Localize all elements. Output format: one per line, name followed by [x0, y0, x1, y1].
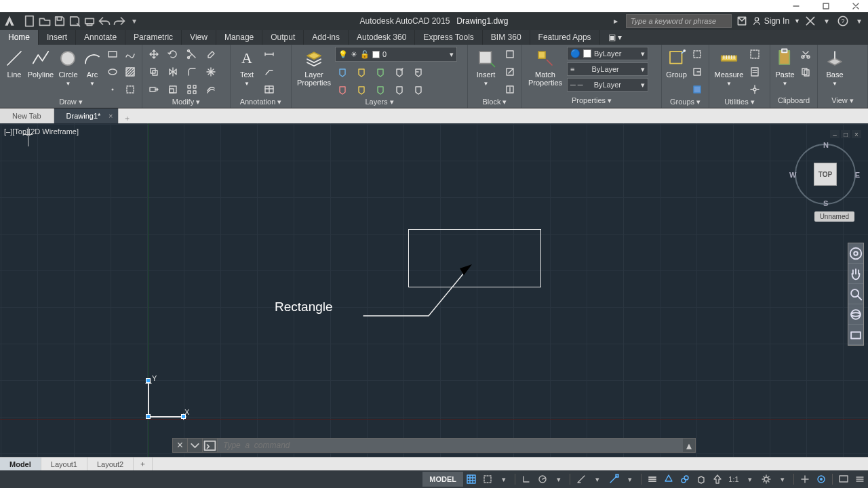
- layer-dropdown[interactable]: 💡 ☀ 🔓 0 ▾: [335, 47, 457, 62]
- match-properties-button[interactable]: Match Properties: [526, 47, 564, 87]
- layer-previous-icon[interactable]: [411, 64, 426, 79]
- layer-off-icon[interactable]: [335, 64, 350, 79]
- layout-tab-model[interactable]: Model: [0, 458, 41, 471]
- linetype-selector[interactable]: ─ ─ByLayer▾: [567, 78, 648, 92]
- stayconnected-icon[interactable]: ▾: [821, 15, 833, 27]
- block-attr-icon[interactable]: [502, 82, 517, 97]
- zoom-icon[interactable]: [848, 284, 863, 304]
- status-lwt-icon[interactable]: [644, 472, 660, 487]
- status-scale-dropdown-icon[interactable]: ▾: [742, 472, 758, 487]
- layout-tab-layout2[interactable]: Layout2: [87, 458, 134, 471]
- polyline-button[interactable]: Polyline: [27, 47, 54, 79]
- status-polar-dropdown-icon[interactable]: ▾: [551, 472, 567, 487]
- copyclip-icon[interactable]: [798, 64, 813, 79]
- stretch-icon[interactable]: [146, 82, 161, 97]
- tab-home[interactable]: Home: [0, 30, 39, 45]
- color-selector[interactable]: 🔵ByLayer▾: [567, 47, 648, 60]
- help-search-input[interactable]: Type a keyword or phrase: [626, 14, 732, 28]
- lineweight-selector[interactable]: ≡ByLayer▾: [567, 62, 648, 76]
- tab-addins[interactable]: Add-ins: [304, 30, 349, 45]
- status-gear-icon[interactable]: [758, 472, 774, 487]
- qat-redo-icon[interactable]: [113, 14, 126, 28]
- edit-block-icon[interactable]: [502, 64, 517, 79]
- dimension-icon[interactable]: [262, 47, 277, 62]
- measure-button[interactable]: Measure▼: [713, 47, 745, 87]
- showmotion-icon[interactable]: [848, 325, 863, 345]
- window-minimize-button[interactable]: [787, 1, 806, 11]
- tab-focus-icon[interactable]: ▣ ▾: [600, 30, 630, 45]
- status-modelspace[interactable]: MODEL: [422, 472, 463, 487]
- close-tab-icon[interactable]: ×: [108, 112, 113, 120]
- window-close-button[interactable]: [846, 1, 865, 11]
- group-button[interactable]: Group: [666, 47, 687, 79]
- ungroup-icon[interactable]: [690, 47, 705, 62]
- copy-icon[interactable]: [146, 64, 161, 79]
- tab-insert[interactable]: Insert: [39, 30, 76, 45]
- status-osnap-icon[interactable]: [606, 472, 622, 487]
- leader-icon[interactable]: [262, 64, 277, 79]
- explode-icon[interactable]: [203, 64, 218, 79]
- ucs-icon[interactable]: Y X: [145, 380, 193, 427]
- ellipse-icon[interactable]: [105, 64, 120, 79]
- status-plus-icon[interactable]: [797, 472, 813, 487]
- steering-wheel-icon[interactable]: [848, 243, 863, 264]
- drawing-canvas[interactable]: [–][Top][2D Wireframe] Rectangle Y X – □…: [0, 123, 868, 457]
- status-ortho-icon[interactable]: [518, 472, 534, 487]
- insert-block-button[interactable]: Insert▼: [472, 47, 500, 87]
- layer-properties-button[interactable]: Layer Properties: [296, 47, 332, 87]
- line-button[interactable]: Line: [4, 47, 24, 79]
- qat-plot-icon[interactable]: [83, 14, 96, 28]
- orbit-icon[interactable]: [848, 304, 863, 325]
- tab-parametric[interactable]: Parametric: [125, 30, 182, 45]
- qat-save-icon[interactable]: [53, 14, 66, 28]
- status-polar-icon[interactable]: [534, 472, 551, 487]
- file-tab-newtab[interactable]: New Tab: [0, 108, 54, 123]
- layer-match-icon[interactable]: [392, 64, 407, 79]
- rotate-icon[interactable]: [165, 47, 180, 62]
- mirror-icon[interactable]: [165, 64, 180, 79]
- help-dropdown-icon[interactable]: ▾: [853, 15, 865, 27]
- status-gear-dropdown-icon[interactable]: ▾: [774, 472, 791, 487]
- status-selection-cycle-icon[interactable]: [677, 472, 693, 487]
- infocenter-icon[interactable]: [736, 15, 748, 27]
- layer-isolate-icon[interactable]: [335, 82, 350, 97]
- viewport-label[interactable]: [–][Top][2D Wireframe]: [4, 127, 79, 136]
- layer-lock-icon[interactable]: [373, 64, 388, 79]
- tab-autodesk360[interactable]: Autodesk 360: [349, 30, 415, 45]
- status-customize-icon[interactable]: [852, 472, 868, 487]
- base-view-button[interactable]: Base▼: [822, 47, 848, 87]
- signin-button[interactable]: Sign In▼: [752, 16, 800, 26]
- tab-expresstools[interactable]: Express Tools: [415, 30, 482, 45]
- window-maximize-button[interactable]: [816, 1, 835, 11]
- region-icon[interactable]: [123, 82, 138, 97]
- app-logo-icon[interactable]: [0, 12, 19, 30]
- hatch-icon[interactable]: [123, 64, 138, 79]
- new-tab-button[interactable]: ＋: [119, 113, 135, 123]
- status-osnap-dropdown-icon[interactable]: ▾: [622, 472, 638, 487]
- scale-icon[interactable]: [165, 82, 180, 97]
- status-isodraft-icon[interactable]: [573, 472, 589, 487]
- status-snapmode-icon[interactable]: [479, 472, 496, 487]
- qat-undo-icon[interactable]: [98, 14, 111, 28]
- vp-minimize-icon[interactable]: –: [830, 130, 840, 138]
- arc-button[interactable]: Arc▼: [82, 47, 102, 87]
- layer-unlock-icon[interactable]: [373, 82, 388, 97]
- layer-change-icon[interactable]: [392, 82, 407, 97]
- cmd-close-icon[interactable]: ×: [173, 439, 188, 452]
- layout-add-button[interactable]: ＋: [134, 458, 153, 471]
- search-icon[interactable]: ▸: [610, 15, 622, 27]
- paste-button[interactable]: Paste▼: [774, 47, 795, 87]
- status-cleanscreen-icon[interactable]: [835, 472, 852, 487]
- status-snap-dropdown-icon[interactable]: ▾: [496, 472, 512, 487]
- array-icon[interactable]: [184, 82, 199, 97]
- tab-bim360[interactable]: BIM 360: [483, 30, 530, 45]
- layer-state-icon[interactable]: [411, 82, 426, 97]
- status-3dosnap-icon[interactable]: [693, 472, 709, 487]
- status-isodraft-dropdown-icon[interactable]: ▾: [589, 472, 606, 487]
- offset-icon[interactable]: [203, 82, 218, 97]
- quick-calc-icon[interactable]: [747, 64, 762, 79]
- help-icon[interactable]: ?: [837, 15, 849, 27]
- drawn-rectangle[interactable]: [408, 229, 541, 287]
- vp-maximize-icon[interactable]: □: [841, 130, 850, 138]
- command-input[interactable]: [218, 439, 683, 452]
